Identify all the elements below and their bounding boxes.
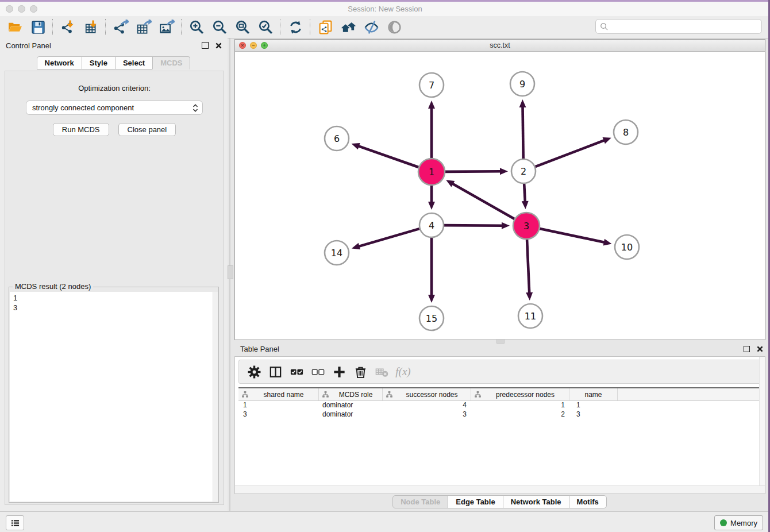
graph-node-1[interactable]: 1 <box>418 159 445 185</box>
import-table-button[interactable] <box>79 18 102 36</box>
tab-mcds[interactable]: MCDS <box>152 56 190 70</box>
float-panel-icon[interactable] <box>202 42 209 49</box>
tab-network[interactable]: Network <box>37 56 82 70</box>
column-header-successor-nodes[interactable]: successor nodes <box>383 388 471 400</box>
tab-network-table[interactable]: Network Table <box>503 495 569 508</box>
clone-network-button[interactable] <box>314 18 337 36</box>
run-mcds-button[interactable]: Run MCDS <box>53 123 109 136</box>
zoom-in-icon <box>189 20 205 35</box>
zoom-window-icon[interactable] <box>30 5 37 13</box>
column-header-predecessor-nodes[interactable]: predecessor nodes <box>471 388 569 400</box>
close-panel-icon[interactable] <box>215 43 222 49</box>
optimization-criterion-select[interactable]: strongly connected component <box>26 101 203 115</box>
graph-node-14[interactable]: 14 <box>325 241 349 265</box>
float-table-panel-icon[interactable] <box>744 346 750 352</box>
search-box[interactable] <box>595 19 762 34</box>
edge-arrowhead-icon <box>502 222 510 229</box>
table-settings-button[interactable] <box>244 362 265 381</box>
edge-3-11[interactable] <box>526 240 533 300</box>
network-canvas[interactable]: 7968124314101511 <box>235 52 765 340</box>
table-row[interactable]: 1dominator411 <box>238 401 761 410</box>
window-controls <box>6 5 37 13</box>
export-table-button[interactable] <box>132 18 155 36</box>
graph-node-2[interactable]: 2 <box>511 159 536 183</box>
first-neighbors-button[interactable] <box>337 18 360 36</box>
mcds-result-area[interactable]: 1 3 <box>10 292 218 502</box>
select-all-button[interactable] <box>286 362 307 381</box>
graphics-details-button[interactable] <box>360 18 383 36</box>
column-header-MCDS-role[interactable]: MCDS role <box>319 388 383 400</box>
edge-4-3[interactable] <box>444 222 510 229</box>
zoom-out-button[interactable] <box>208 18 231 36</box>
graph-node-9[interactable]: 9 <box>510 72 534 96</box>
table-row[interactable]: 3dominator323 <box>238 410 761 419</box>
network-maximize-icon[interactable]: + <box>261 42 268 49</box>
table-vertical-scrollbar[interactable] <box>759 357 765 486</box>
open-file-button[interactable] <box>3 18 26 36</box>
minimize-window-icon[interactable] <box>18 5 25 13</box>
network-graph[interactable]: 7968124314101511 <box>235 52 765 340</box>
task-history-button[interactable] <box>6 515 24 530</box>
graph-node-11[interactable]: 11 <box>518 304 542 328</box>
edge-1-7[interactable] <box>428 101 435 158</box>
node-label: 4 <box>429 220 434 231</box>
graph-node-8[interactable]: 8 <box>614 120 638 144</box>
network-minimize-icon[interactable]: − <box>250 42 257 49</box>
node-label: 1 <box>429 167 434 178</box>
toolbar-separator <box>52 19 53 35</box>
close-window-icon[interactable] <box>6 5 13 13</box>
close-table-panel-icon[interactable] <box>757 346 763 352</box>
edge-1-2[interactable] <box>445 168 508 175</box>
edge-2-3[interactable] <box>522 184 529 209</box>
deselect-all-button[interactable] <box>307 362 329 381</box>
graph-node-3[interactable]: 3 <box>513 213 540 239</box>
tab-node-table[interactable]: Node Table <box>392 495 448 508</box>
table-cell: 3 <box>569 410 618 419</box>
search-input[interactable] <box>611 21 761 32</box>
graph-node-15[interactable]: 15 <box>419 306 444 330</box>
graph-node-4[interactable]: 4 <box>419 213 444 237</box>
edge-3-1[interactable] <box>446 180 514 219</box>
close-panel-button[interactable]: Close panel <box>118 123 176 136</box>
export-image-icon <box>159 20 175 35</box>
graph-node-6[interactable]: 6 <box>325 126 349 151</box>
graph-node-7[interactable]: 7 <box>419 73 444 97</box>
toolbar-separator <box>181 19 182 35</box>
table-cell: dominator <box>319 410 383 419</box>
memory-button[interactable]: Memory <box>714 515 763 530</box>
zoom-out-icon <box>212 20 228 35</box>
edge-arrowhead-icon <box>428 295 435 303</box>
overview-button <box>383 18 406 36</box>
add-column-button[interactable] <box>329 362 350 381</box>
zoom-in-button[interactable] <box>185 18 208 36</box>
result-scrollbar[interactable] <box>213 292 218 502</box>
edge-1-4[interactable] <box>428 186 435 210</box>
split-columns-button[interactable] <box>265 362 286 381</box>
column-header-name[interactable]: name <box>569 388 618 400</box>
delete-column-button[interactable] <box>350 362 371 381</box>
tab-motifs[interactable]: Motifs <box>569 495 607 508</box>
table-horizontal-scrollbar[interactable] <box>235 485 765 494</box>
refresh-layout-button[interactable] <box>284 18 307 36</box>
node-label: 14 <box>331 248 342 259</box>
edge-3-10[interactable] <box>540 229 611 245</box>
import-network-button[interactable] <box>56 18 79 36</box>
edge-2-9[interactable] <box>519 99 526 159</box>
chevron-up-down-icon <box>192 103 199 113</box>
save-session-button[interactable] <box>26 18 49 36</box>
tab-style[interactable]: Style <box>82 56 116 70</box>
graph-node-10[interactable]: 10 <box>615 235 639 259</box>
tab-select[interactable]: Select <box>115 56 153 70</box>
column-header-shared-name[interactable]: shared name <box>238 388 319 400</box>
export-image-button[interactable] <box>155 18 178 36</box>
edge-4-15[interactable] <box>428 238 435 303</box>
tab-edge-table[interactable]: Edge Table <box>448 495 503 508</box>
edge-1-6[interactable] <box>351 143 418 167</box>
export-network-button[interactable] <box>109 18 132 36</box>
edge-2-8[interactable] <box>536 137 611 167</box>
network-close-icon[interactable]: × <box>239 42 246 49</box>
edge-4-14[interactable] <box>352 229 419 249</box>
zoom-fit-button[interactable] <box>231 18 254 36</box>
vertical-splitter-handle[interactable] <box>228 265 233 279</box>
zoom-selected-button[interactable] <box>254 18 277 36</box>
